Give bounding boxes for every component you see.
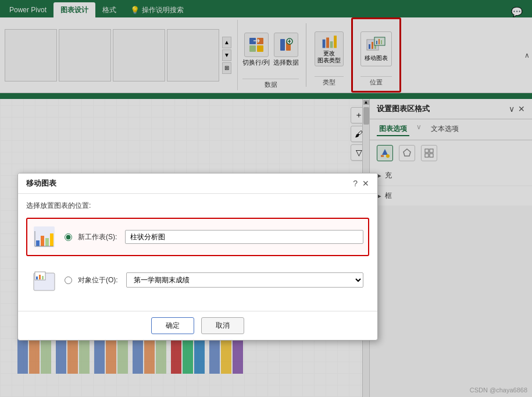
svg-rect-29 bbox=[41, 236, 44, 246]
object-in-chart-icon bbox=[32, 268, 56, 292]
object-in-label[interactable]: 对象位于(O): bbox=[78, 275, 118, 285]
dialog-title-icons: ? ✕ bbox=[353, 179, 369, 188]
svg-rect-31 bbox=[50, 233, 53, 246]
radio-object-in[interactable] bbox=[65, 277, 72, 284]
move-chart-dialog: 移动图表 ? ✕ 选择放置图表的位置: bbox=[17, 173, 378, 341]
svg-rect-37 bbox=[39, 275, 41, 279]
new-sheet-label[interactable]: 新工作表(S): bbox=[78, 232, 117, 242]
dialog-close-icon[interactable]: ✕ bbox=[362, 179, 369, 188]
dialog-help-icon[interactable]: ? bbox=[353, 179, 358, 188]
svg-rect-38 bbox=[42, 276, 44, 279]
dialog-ok-button[interactable]: 确定 bbox=[151, 317, 194, 334]
dialog-option-object-in: 对象位于(O): 第一学期期末成绩 bbox=[26, 261, 369, 299]
dialog-title-bar: 移动图表 ? ✕ bbox=[18, 173, 377, 194]
new-sheet-name-input[interactable] bbox=[125, 230, 363, 244]
radio-new-sheet[interactable] bbox=[65, 233, 72, 241]
dialog-body: 选择放置图表的位置: 新工作表(S): bbox=[18, 194, 377, 311]
object-in-select[interactable]: 第一学期期末成绩 bbox=[126, 272, 363, 288]
dialog-title: 移动图表 bbox=[26, 178, 56, 189]
dialog-footer: 确定 取消 bbox=[18, 311, 377, 340]
new-sheet-chart-icon bbox=[32, 225, 56, 249]
svg-rect-30 bbox=[45, 238, 49, 246]
svg-rect-36 bbox=[36, 277, 38, 279]
dialog-option-new-sheet: 新工作表(S): bbox=[26, 218, 369, 256]
dialog-cancel-button[interactable]: 取消 bbox=[201, 317, 244, 334]
svg-rect-28 bbox=[36, 240, 40, 246]
dialog-subtitle: 选择放置图表的位置: bbox=[26, 201, 369, 211]
dialog-overlay: 移动图表 ? ✕ 选择放置图表的位置: bbox=[0, 0, 532, 397]
